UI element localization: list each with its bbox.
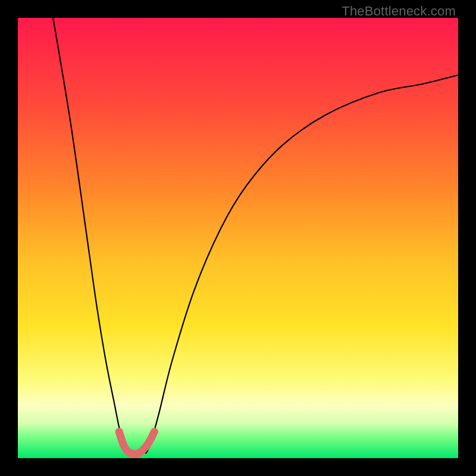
chart-background <box>18 18 458 458</box>
bottleneck-chart <box>18 18 458 458</box>
watermark-text: TheBottleneck.com <box>342 4 456 19</box>
chart-frame <box>18 18 458 458</box>
